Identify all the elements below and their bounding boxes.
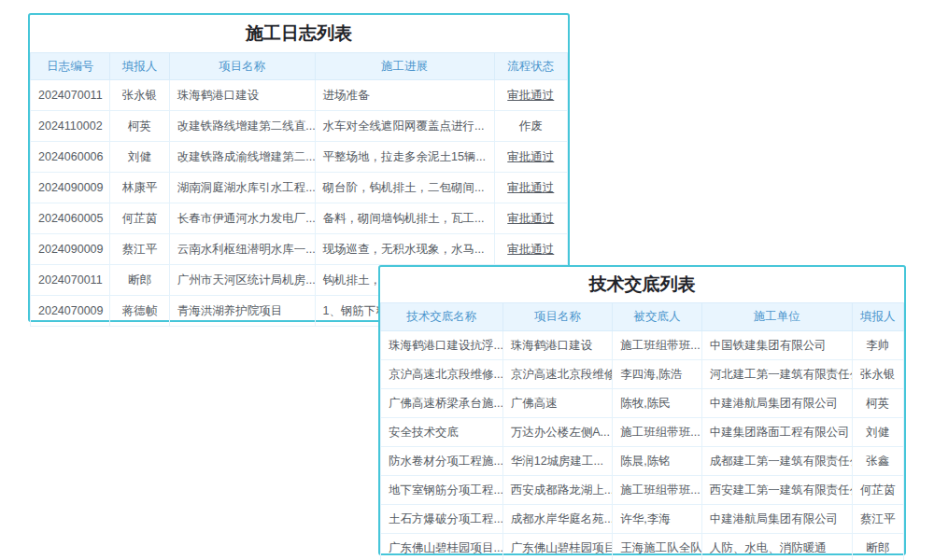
project-link[interactable]: 广佛高速 [502,389,613,418]
construction-unit-cell: 人防、水电、消防暖通 [701,534,852,560]
col-header-log-reporter: 填报人 [110,53,169,80]
col-header-tech-briefed: 被交底人 [613,303,702,331]
tech-table-body: 珠海鹤港口建设抗浮... 珠海鹤港口建设 施工班组带班... 中国铁建集团有限公… [381,331,904,560]
table-row: 地下室钢筋分项工程... 西安成都路龙湖上... 施工班组带班... 西安建工第… [381,476,904,505]
tech-name-link[interactable]: 珠海鹤港口建设抗浮... [381,331,503,360]
progress-cell: 平整场地，拉走多余泥土15辆... [315,142,494,173]
project-link[interactable]: 广东佛山碧桂园项目 [502,534,613,560]
project-link[interactable]: 广州市天河区统计局机房... [169,265,315,296]
reporter-cell: 张永银 [852,360,903,389]
table-row: 2024060005 何芷茵 长春市伊通河水力发电厂... 备料，砌间墙钩机排土… [31,203,568,234]
briefed-person-cell: 李四海,陈浩 [613,360,702,389]
table-row: 2024070011 张永银 珠海鹤港口建设 进场准备 审批通过 [31,80,568,111]
table-row: 广佛高速桥梁承台施... 广佛高速 陈牧,陈民 中建港航局集团有限公司 柯英 [381,389,904,418]
col-header-log-id: 日志编号 [31,53,110,80]
project-link[interactable]: 华润12城房建工... [502,447,613,476]
briefed-person-cell: 许华,李海 [613,505,702,534]
status-badge[interactable]: 审批通过 [494,173,567,203]
tech-name-link[interactable]: 京沪高速北京段维修... [381,360,503,389]
progress-cell: 进场准备 [315,80,494,111]
briefed-person-cell: 施工班组带班... [613,476,702,505]
construction-unit-cell: 中建集团路面工程有限公司 [701,418,852,447]
reporter-cell: 林康平 [110,173,169,203]
progress-cell: 备料，砌间墙钩机排土，瓦工... [315,203,494,234]
reporter-cell: 柯英 [852,389,903,418]
progress-cell: 现场巡查，无积水现象，水马... [315,234,494,265]
table-row: 2024060006 刘健 改建铁路成渝线增建第二... 平整场地，拉走多余泥土… [31,142,568,173]
reporter-cell: 刘健 [852,418,903,447]
table-row: 防水卷材分项工程施... 华润12城房建工... 陈晨,陈铭 成都建工第一建筑有… [381,447,904,476]
status-badge[interactable]: 审批通过 [494,142,567,173]
table-row: 京沪高速北京段维修... 京沪高速北京段维修 李四海,陈浩 河北建工第一建筑有限… [381,360,904,389]
col-header-tech-reporter: 填报人 [852,303,903,331]
reporter-cell: 张永银 [110,80,169,111]
reporter-cell: 蔡江平 [110,234,169,265]
log-id-link[interactable]: 2024070011 [31,80,110,111]
reporter-cell: 蒋德帧 [110,296,169,327]
construction-unit-cell: 中建港航局集团有限公司 [701,389,852,418]
reporter-cell: 张鑫 [852,447,903,476]
log-id-link[interactable]: 2024060005 [31,203,110,234]
project-link[interactable]: 珠海鹤港口建设 [502,331,613,360]
construction-unit-cell: 中建港航局集团有限公司 [701,505,852,534]
table-row: 2024090009 蔡江平 云南水利枢纽潜明水库一... 现场巡查，无积水现象… [31,234,568,265]
status-badge[interactable]: 审批通过 [494,80,567,111]
project-link[interactable]: 京沪高速北京段维修 [502,360,613,389]
col-header-log-project: 项目名称 [169,53,315,80]
briefed-person-cell: 施工班组带班... [613,418,702,447]
table-row: 土石方爆破分项工程... 成都水岸华庭名苑... 许华,李海 中建港航局集团有限… [381,505,904,534]
log-id-link[interactable]: 2024070011 [31,265,110,296]
reporter-cell: 何芷茵 [852,476,903,505]
reporter-cell: 刘健 [110,142,169,173]
tech-name-link[interactable]: 防水卷材分项工程施... [381,447,503,476]
table-row: 2024110002 柯英 改建铁路线增建第二线直... 水车对全线遮阳网覆盖点… [31,111,568,142]
col-header-tech-unit: 施工单位 [701,303,852,331]
log-table-header-row: 日志编号 填报人 项目名称 施工进展 流程状态 [31,53,568,80]
tech-name-link[interactable]: 土石方爆破分项工程... [381,505,503,534]
reporter-cell: 断郎 [852,534,903,560]
table-row: 广东佛山碧桂园项目... 广东佛山碧桂园项目 王海施工队全队 人防、水电、消防暖… [381,534,904,560]
tech-name-link[interactable]: 广佛高速桥梁承台施... [381,389,503,418]
project-link[interactable]: 青海洪湖养护院项目 [169,296,315,327]
status-badge[interactable]: 审批通过 [494,203,567,234]
log-id-link[interactable]: 2024070009 [31,296,110,327]
status-badge[interactable]: 审批通过 [494,234,567,265]
reporter-cell: 何芷茵 [110,203,169,234]
log-id-link[interactable]: 2024090009 [31,234,110,265]
progress-cell: 水车对全线遮阳网覆盖点进行... [315,111,494,142]
project-link[interactable]: 西安成都路龙湖上... [502,476,613,505]
tech-name-link[interactable]: 地下室钢筋分项工程... [381,476,503,505]
project-link[interactable]: 云南水利枢纽潜明水库一... [169,234,315,265]
project-link[interactable]: 改建铁路成渝线增建第二... [169,142,315,173]
log-id-link[interactable]: 2024090009 [31,173,110,203]
tech-name-link[interactable]: 安全技术交底 [381,418,503,447]
project-link[interactable]: 珠海鹤港口建设 [169,80,315,111]
reporter-cell: 蔡江平 [852,505,903,534]
briefed-person-cell: 陈晨,陈铭 [613,447,702,476]
log-id-link[interactable]: 2024110002 [31,111,110,142]
table-row: 珠海鹤港口建设抗浮... 珠海鹤港口建设 施工班组带班... 中国铁建集团有限公… [381,331,904,360]
project-link[interactable]: 改建铁路线增建第二线直... [169,111,315,142]
tech-disclosure-table: 技术交底名称 项目名称 被交底人 施工单位 填报人 珠海鹤港口建设抗浮... 珠… [380,302,904,560]
tech-disclosure-title: 技术交底列表 [380,267,904,302]
tech-table-header-row: 技术交底名称 项目名称 被交底人 施工单位 填报人 [381,303,904,331]
col-header-tech-name: 技术交底名称 [381,303,503,331]
project-link[interactable]: 成都水岸华庭名苑... [502,505,613,534]
tech-name-link[interactable]: 广东佛山碧桂园项目... [381,534,503,560]
reporter-cell: 李帅 [852,331,903,360]
table-row: 2024090009 林康平 湖南洞庭湖水库引水工程... 砌台阶，钩机排土，二… [31,173,568,203]
table-row: 安全技术交底 万达办公楼左侧A... 施工班组带班... 中建集团路面工程有限公… [381,418,904,447]
col-header-log-progress: 施工进展 [315,53,494,80]
project-link[interactable]: 湖南洞庭湖水库引水工程... [169,173,315,203]
progress-cell: 砌台阶，钩机排土，二包砌间... [315,173,494,203]
tech-disclosure-panel: 技术交底列表 技术交底名称 项目名称 被交底人 施工单位 填报人 珠海鹤港口建设… [378,265,906,555]
reporter-cell: 柯英 [110,111,169,142]
briefed-person-cell: 陈牧,陈民 [613,389,702,418]
briefed-person-cell: 施工班组带班... [613,331,702,360]
project-link[interactable]: 万达办公楼左侧A... [502,418,613,447]
status-badge[interactable]: 作废 [494,111,567,142]
project-link[interactable]: 长春市伊通河水力发电厂... [169,203,315,234]
briefed-person-cell: 王海施工队全队 [613,534,702,560]
construction-unit-cell: 中国铁建集团有限公司 [701,331,852,360]
log-id-link[interactable]: 2024060006 [31,142,110,173]
